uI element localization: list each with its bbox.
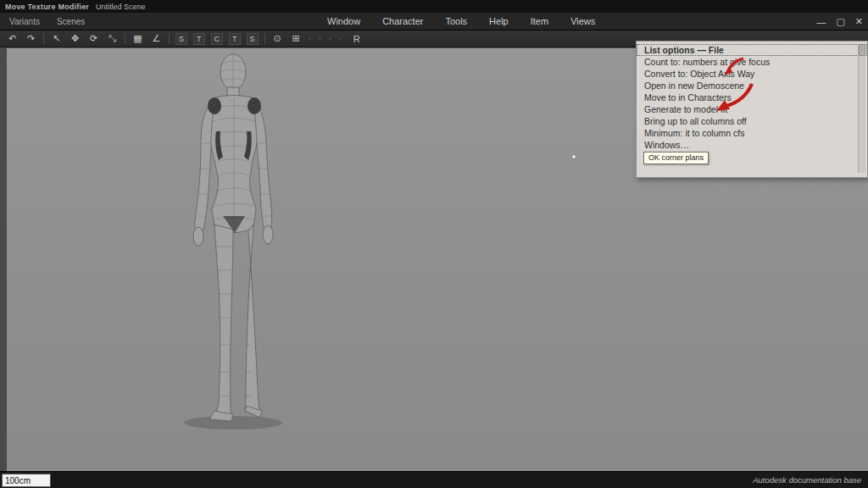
maximize-icon[interactable]: ▢ <box>836 16 844 27</box>
angle-snap-icon[interactable]: ∠ <box>150 32 163 45</box>
context-menu-item[interactable]: Bring up to all columns off <box>637 115 867 127</box>
status-right-text: Autodesk documentation base <box>753 475 861 485</box>
window-subtitle: Untitled Scene <box>96 3 146 11</box>
redo-icon[interactable]: ↷ <box>25 32 37 45</box>
tooltip: OK corner plans <box>643 152 709 164</box>
rotate-tool-icon[interactable]: ⟳ <box>87 32 100 45</box>
toggle-s1-button[interactable]: S <box>175 33 187 45</box>
context-menu-item[interactable]: Count to: numbers at give focus <box>637 56 867 68</box>
titlebar: Move Texture Modifier Untitled Scene <box>0 0 868 13</box>
toggle-c-button[interactable]: C <box>211 33 224 45</box>
undo-icon[interactable]: ↶ <box>6 32 19 45</box>
minimize-icon[interactable]: — <box>816 17 826 27</box>
menu-item-views[interactable]: Views <box>568 15 598 27</box>
select-tool-icon[interactable]: ↖ <box>50 32 63 45</box>
cursor-dot <box>572 155 576 158</box>
window-controls: — ▢ ✕ <box>816 13 863 30</box>
context-menu-item[interactable]: Convert to: Object Axis Way <box>637 68 867 80</box>
viewport-left-strip <box>0 47 7 471</box>
close-icon[interactable]: ✕ <box>855 16 863 27</box>
context-menu-item[interactable]: Windows… <box>637 139 867 151</box>
toggle-t2-button[interactable]: T <box>229 33 241 45</box>
menu-item-tools[interactable]: Tools <box>442 15 470 27</box>
toggle-t1-button[interactable]: T <box>193 33 205 45</box>
model-shadow <box>184 416 282 430</box>
mirror-icon[interactable]: ⊞ <box>290 32 303 45</box>
character-model[interactable] <box>172 50 299 433</box>
status-bar: Autodesk documentation base <box>0 471 868 488</box>
menu-item-variants[interactable]: Variants <box>7 16 42 27</box>
panel-scrollbar[interactable] <box>858 44 865 173</box>
context-menu: List options — File Count to: numbers at… <box>636 41 868 178</box>
menu-item-scenes[interactable]: Scenes <box>54 16 87 27</box>
context-menu-item[interactable]: List options — File <box>637 44 867 56</box>
menu-item-help[interactable]: Help <box>487 15 511 27</box>
toggle-s2-button[interactable]: S <box>247 33 259 45</box>
toolbar-separator <box>43 33 44 44</box>
menu-left-group: Variants Scenes <box>0 16 87 27</box>
menu-item-item[interactable]: Item <box>528 15 551 27</box>
context-menu-item[interactable]: Generate to model fit <box>637 103 867 115</box>
menu-bar: Variants Scenes Window Character Tools H… <box>0 13 868 30</box>
menu-item-window[interactable]: Window <box>325 15 363 27</box>
toolbar-separator <box>264 33 265 44</box>
toolbar-dots: · · · · <box>309 34 345 43</box>
toolbar-separator <box>169 33 170 44</box>
scale-tool-icon[interactable]: ⤡ <box>106 32 119 45</box>
menu-center-group: Window Character Tools Help Item Views <box>325 15 598 27</box>
status-value-input[interactable] <box>2 474 51 487</box>
window-title: Move Texture Modifier <box>5 3 89 11</box>
panel-scrollbar-thumb[interactable] <box>859 44 865 56</box>
context-menu-item[interactable]: Open in new Demoscene <box>637 80 867 92</box>
move-tool-icon[interactable]: ✥ <box>69 32 81 45</box>
menu-item-character[interactable]: Character <box>380 15 426 27</box>
pivot-center-icon[interactable]: ⊙ <box>271 32 284 45</box>
context-menu-item[interactable]: Move to in Characters <box>637 92 867 103</box>
render-icon[interactable]: R <box>350 32 363 45</box>
snap-grid-icon[interactable]: ▦ <box>131 32 144 45</box>
context-menu-item[interactable]: Minimum: it to column cfs <box>637 127 867 139</box>
toolbar-separator <box>125 33 125 44</box>
